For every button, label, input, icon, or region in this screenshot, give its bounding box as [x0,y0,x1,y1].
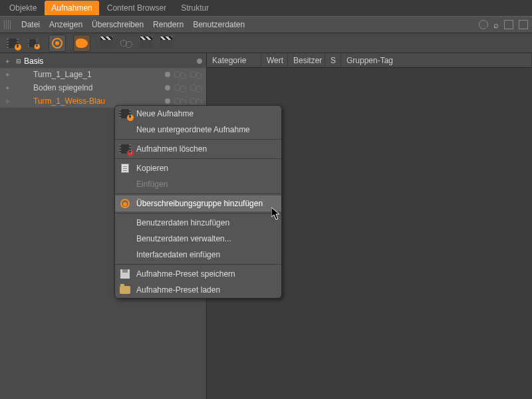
menu-ueberschreiben[interactable]: Überschreiben [92,20,144,29]
cm-benutzerdaten-verwalten[interactable]: Benutzerdaten verwalten... [115,231,281,247]
tree-item-label: Boden spiegelnd [32,83,92,92]
search-icon[interactable]: ⌕ [493,20,499,30]
tool-override[interactable] [49,35,66,52]
override-icon [120,199,130,208]
tree-item-1[interactable]: ✦ Boden spiegelnd [0,81,206,94]
cm-label: Neue Aufnahme [136,109,194,118]
tool-new-subtake[interactable]: + [24,35,41,52]
status-dot[interactable] [165,98,170,104]
cm-neue-untergeordnete[interactable]: Neue untergeordnete Aufnahme [115,122,281,138]
cm-preset-laden[interactable]: Aufnahme-Preset laden [115,282,281,298]
gear-icon[interactable] [174,83,186,92]
gear-icon[interactable] [190,70,202,79]
window-icon-1[interactable] [504,20,513,29]
header-kategorie[interactable]: Kategorie [207,53,261,67]
status-dot[interactable] [165,72,170,77]
crosshair-icon: ✦ [0,71,15,78]
cm-preset-speichern[interactable]: Aufnahme-Preset speichern [115,266,281,282]
gear-icon[interactable] [174,96,186,106]
cm-kopieren[interactable]: Kopieren [115,160,281,176]
separator [115,139,281,140]
tool-new-take[interactable]: + [4,35,21,52]
tab-content-browser[interactable]: Content Browser [100,1,173,15]
status-dot[interactable] [197,59,202,64]
separator [115,158,281,159]
status-dot[interactable] [165,85,170,90]
header-besitzer[interactable]: Besitzer [288,53,325,67]
tree-item-0[interactable]: ✦ Turm_1_Lage_1 [0,68,206,81]
tab-objekte[interactable]: Objekte [3,1,43,15]
copy-icon [121,164,129,173]
tree-root-label: Basis [23,57,43,66]
tree-item-label: Turm_1_Lage_1 [32,70,92,79]
tree-root-row[interactable]: ✦ ⊟ Basis [0,55,206,68]
cm-interfacedaten[interactable]: Interfacedaten einfügen [115,247,281,263]
menu-rendern[interactable]: Rendern [153,20,184,29]
tool-render-2[interactable] [118,35,135,52]
cm-einfuegen: Einfügen [115,176,281,192]
crosshair-icon: ✦ [0,84,15,92]
tool-render-1[interactable] [98,35,115,52]
cm-label: Überschreibungsgruppe hinzufügen [136,199,263,208]
menubar: Datei Anzeigen Überschreiben Rendern Ben… [0,16,532,33]
menu-benutzerdaten[interactable]: Benutzerdaten [193,20,245,29]
gear-icon[interactable] [190,96,202,106]
cm-neue-aufnahme[interactable]: +Neue Aufnahme [115,106,281,122]
cm-label: Aufnahme-Preset laden [136,285,220,295]
header-s[interactable]: S [325,53,341,67]
collapse-icon[interactable]: ⊟ [15,58,23,65]
separator [115,264,281,265]
cm-label: Aufnahmen löschen [136,144,207,154]
tool-render-3[interactable] [138,35,155,52]
cm-label: Einfügen [136,180,168,189]
cm-label: Kopieren [136,164,168,173]
gear-icon[interactable] [174,70,186,79]
context-menu: +Neue Aufnahme Neue untergeordnete Aufna… [114,105,282,299]
column-headers: Kategorie Wert Besitzer S Gruppen-Tag [207,53,532,68]
cm-label: Neue untergeordnete Aufnahme [136,125,250,134]
tree-item-label: Turm_1_Weiss-Blau [32,96,105,106]
save-icon [120,269,130,279]
tab-struktur[interactable]: Struktur [174,1,215,15]
separator [115,213,281,213]
top-tabs: Objekte Aufnahmen Content Browser Strukt… [0,0,532,16]
window-icon-2[interactable] [519,20,528,29]
cm-label: Interfacedaten einfügen [136,250,220,259]
cm-label: Benutzerdaten hinzufügen [136,218,229,227]
cm-loeschen[interactable]: ×Aufnahmen löschen [115,141,281,157]
tool-blob[interactable] [73,35,90,52]
cm-ueberschreibungsgruppe[interactable]: Überschreibungsgruppe hinzufügen [115,196,281,211]
crosshair-icon: ✦ [0,58,15,65]
cm-benutzerdaten-add[interactable]: Benutzerdaten hinzufügen [115,215,281,231]
header-gruppentag[interactable]: Gruppen-Tag [341,53,532,67]
gear-icon[interactable] [190,83,202,92]
header-wert[interactable]: Wert [261,53,288,67]
crosshair-icon: ✧ [0,98,15,105]
toolbar: + + [0,33,532,53]
menu-anzeigen[interactable]: Anzeigen [49,20,82,29]
tab-aufnahmen[interactable]: Aufnahmen [45,1,98,15]
cm-label: Benutzerdaten verwalten... [136,234,231,243]
separator [115,194,281,194]
tool-render-4[interactable] [158,35,175,52]
menu-datei[interactable]: Datei [21,20,40,29]
help-icon[interactable] [479,20,488,29]
folder-icon [120,286,130,294]
grip-icon [4,20,11,29]
cm-label: Aufnahme-Preset speichern [136,269,235,279]
